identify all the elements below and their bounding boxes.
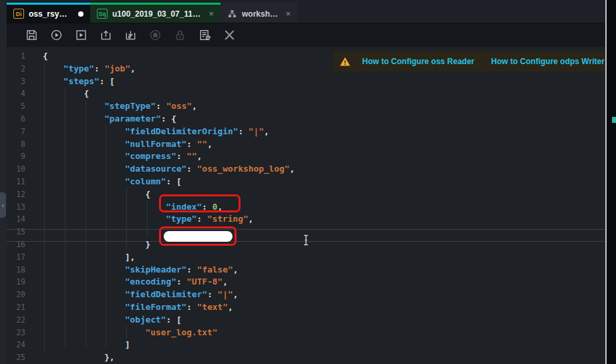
unsaved-dot-icon [78, 11, 84, 17]
code-line[interactable]: 19"encoding": "UTF-8", [7, 276, 605, 289]
token-k: "object" [125, 315, 166, 325]
code-text: { [36, 87, 89, 100]
run-icon[interactable] [50, 29, 63, 41]
code-text: "type": "job", [36, 63, 136, 75]
tab-bar: Dioss_rsync_dataSqu100_2019_03_07_11_18.… [7, 0, 605, 23]
code-line[interactable]: 11"column": [ [7, 176, 605, 188]
task-list-icon[interactable] [198, 29, 211, 41]
code-text: ] [36, 339, 130, 351]
code-line[interactable]: 12{ [7, 188, 605, 201]
code-text: "nullFormat": "", [36, 138, 212, 151]
token-k: "fieldDelimiter" [125, 289, 207, 299]
run-with-params-icon[interactable] [75, 29, 88, 41]
token-p: ] [125, 339, 130, 349]
code-text: "fieldDelimiter": "|", [36, 289, 238, 301]
code-line[interactable]: 24] [7, 339, 605, 351]
token-k: "steps" [63, 76, 100, 86]
di-file-icon: Di [13, 9, 24, 19]
tab-workshop[interactable]: workshop× [220, 3, 297, 23]
token-k: "fieldDelimiterOrigin" [125, 126, 239, 136]
line-number: 2 [7, 63, 36, 75]
code-text: "user_log.txt" [36, 327, 217, 339]
code-line[interactable]: 21"fileFormat": "text", [7, 301, 605, 314]
code-line[interactable]: 5"stepType": "oss", [7, 100, 605, 113]
code-text: ], [36, 251, 135, 264]
panel-collapse-handle[interactable]: ‹ [0, 192, 6, 218]
tab-u100-2019-03-07-11-18-[interactable]: Squ100_2019_03_07_11_18...× [90, 3, 220, 23]
token-p: , [192, 101, 197, 111]
token-p: : [ [166, 176, 182, 186]
redaction-blob [164, 231, 233, 242]
code-editor[interactable]: 1{2"type": "job",3"steps": [4{5"stepType… [7, 47, 605, 364]
chevron-left-icon: ‹ [2, 202, 4, 209]
tab-close-icon[interactable]: × [208, 9, 214, 19]
help-banner: How to Configure oss Reader How to Confi… [333, 51, 605, 71]
tools-icon[interactable] [223, 29, 236, 41]
code-text: "steps": [ [36, 75, 115, 88]
line-number: 18 [7, 264, 36, 277]
token-k: "type" [166, 214, 196, 224]
code-line[interactable]: 23"user_log.txt" [7, 327, 605, 339]
submit-icon[interactable] [100, 29, 112, 41]
overview-ruler[interactable] [607, 0, 616, 364]
code-text: { [36, 50, 48, 63]
save-icon[interactable] [25, 29, 38, 41]
token-p: , [228, 302, 233, 312]
token-p: : [156, 101, 166, 111]
token-v: "|" [218, 289, 233, 299]
token-p: : [176, 277, 186, 287]
tab-oss-rsync-data[interactable]: Dioss_rsync_data [7, 3, 90, 23]
token-k: "parameter" [104, 114, 161, 124]
token-p: { [84, 88, 89, 98]
token-v: "false" [197, 264, 233, 275]
help-link-oss-reader[interactable]: How to Configure oss Reader [362, 57, 474, 66]
code-line[interactable]: 6"parameter": { [7, 113, 605, 126]
code-lines: 1{2"type": "job",3"steps": [4{5"stepType… [7, 50, 605, 364]
code-line[interactable]: 10"datasource": "oss_workshop_log", [7, 163, 605, 176]
load-icon[interactable] [124, 29, 137, 41]
code-line[interactable]: 14"type": "string", [7, 213, 605, 226]
code-text: }, [36, 351, 115, 364]
token-v: "oss" [166, 101, 192, 111]
line-number: 6 [7, 113, 36, 126]
code-line[interactable]: 3"steps": [ [7, 75, 605, 88]
token-p: , [289, 164, 295, 174]
token-p: : [94, 63, 104, 73]
token-p: : [ [166, 315, 182, 325]
code-line[interactable]: 8"nullFormat": "", [7, 138, 605, 151]
help-link-odps-writer[interactable]: How to Configure odps Writer [491, 57, 605, 66]
code-line[interactable]: 20"fieldDelimiter": "|", [7, 289, 605, 301]
token-p: , [264, 126, 269, 136]
code-line[interactable]: 17], [7, 251, 605, 264]
token-p: : [ [100, 76, 115, 86]
code-line[interactable]: 25}, [7, 351, 605, 364]
code-line[interactable]: 7"fieldDelimiterOrigin": "|", [7, 126, 605, 138]
token-p: , [197, 151, 202, 161]
lock-icon[interactable] [174, 29, 186, 41]
code-line[interactable]: 13"index": 0, [7, 201, 605, 214]
tab-close-icon[interactable]: × [285, 9, 291, 19]
code-line[interactable]: 22"object": [ [7, 314, 605, 327]
token-v: "UTF-8" [186, 277, 222, 287]
code-text: { [36, 188, 150, 201]
tab-label: u100_2019_03_07_11_18... [112, 9, 201, 19]
code-line[interactable]: 4{ [7, 87, 605, 100]
code-text: "stepType": "oss", [36, 100, 197, 113]
banner-close-icon[interactable]: × [605, 56, 605, 67]
code-text: "fieldDelimiterOrigin": "|", [36, 126, 269, 138]
token-p: : [207, 289, 217, 299]
code-text: } [36, 238, 150, 251]
token-p: : [197, 214, 207, 224]
code-line[interactable]: 18"skipHeader": "false", [7, 264, 605, 277]
stop-icon[interactable] [149, 29, 162, 41]
token-v: "|" [249, 126, 264, 136]
code-line[interactable]: 9"compress": "", [7, 150, 605, 163]
token-p: }, [104, 352, 114, 362]
code-text: "object": [ [36, 314, 182, 327]
token-k: "nullFormat" [125, 139, 186, 149]
token-v: "string" [207, 214, 249, 224]
token-p: , [130, 63, 136, 73]
line-number: 20 [7, 289, 36, 301]
token-p: { [146, 189, 151, 199]
token-p: : [186, 164, 196, 174]
